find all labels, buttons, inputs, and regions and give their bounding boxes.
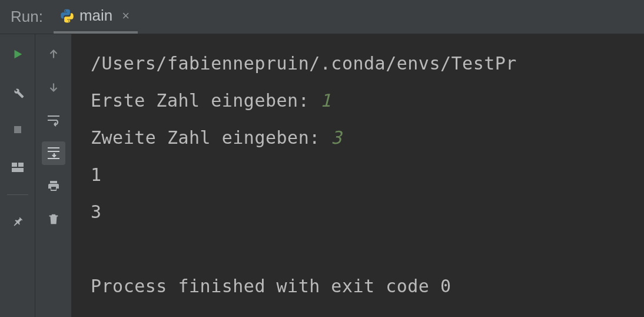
console-exit-line: Process finished with exit code 0	[91, 268, 644, 305]
close-icon[interactable]: ×	[122, 8, 130, 24]
run-button[interactable]	[6, 42, 29, 66]
console-line-path: /Users/fabiennepruin/.conda/envs/TestPr	[91, 45, 644, 82]
console-line-out2: 3	[91, 193, 644, 230]
console-blank	[91, 230, 644, 268]
divider	[7, 194, 28, 195]
prompt2-text: Zweite Zahl eingeben:	[91, 127, 331, 148]
tab-label: main	[79, 6, 112, 25]
stop-button[interactable]	[6, 118, 29, 141]
console-line-prompt1: Erste Zahl eingeben: 1	[91, 82, 644, 119]
input1-value: 1	[320, 90, 331, 111]
arrow-up-icon[interactable]	[42, 42, 65, 66]
input2-value: 3	[331, 127, 342, 148]
prompt1-text: Erste Zahl eingeben:	[91, 90, 320, 111]
python-icon	[59, 8, 75, 24]
soft-wrap-icon[interactable]	[42, 108, 65, 132]
svg-rect-3	[12, 168, 24, 172]
run-label: Run:	[0, 8, 54, 26]
run-tab-main[interactable]: main ×	[54, 0, 138, 34]
scroll-to-end-icon[interactable]	[42, 141, 65, 165]
console-output[interactable]: /Users/fabiennepruin/.conda/envs/TestPr …	[72, 34, 644, 317]
svg-rect-0	[14, 126, 21, 133]
svg-rect-2	[18, 163, 24, 167]
console-line-prompt2: Zweite Zahl eingeben: 3	[91, 119, 644, 156]
wrench-icon[interactable]	[6, 80, 29, 104]
run-actions-sidebar	[0, 34, 35, 317]
console-line-out1: 1	[91, 156, 644, 193]
trash-icon[interactable]	[42, 207, 65, 231]
print-icon[interactable]	[42, 174, 65, 198]
layout-icon[interactable]	[6, 156, 29, 179]
console-actions-sidebar	[35, 34, 72, 317]
svg-rect-1	[12, 163, 17, 167]
arrow-down-icon[interactable]	[42, 75, 65, 99]
run-tool-header: Run: main ×	[0, 0, 644, 34]
pin-icon[interactable]	[6, 210, 29, 234]
run-tool-body: /Users/fabiennepruin/.conda/envs/TestPr …	[0, 34, 644, 317]
